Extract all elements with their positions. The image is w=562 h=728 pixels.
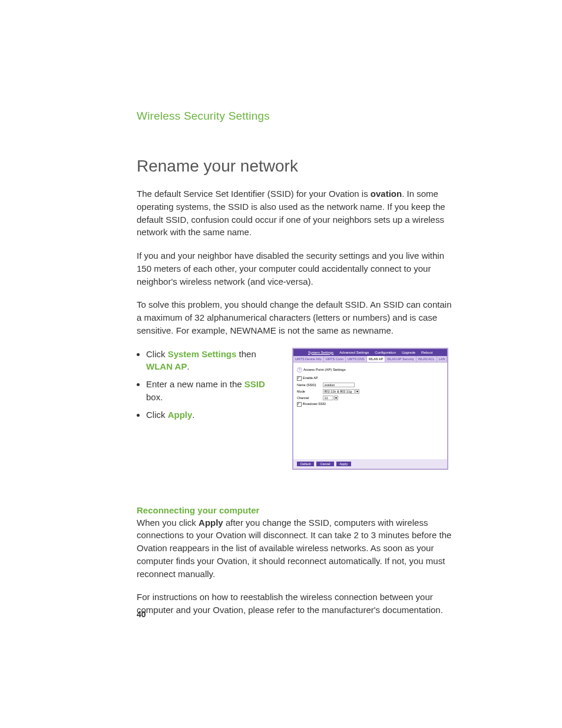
ssid-row: Name (SSID) ovation: [297, 383, 444, 387]
checkbox-icon: [297, 376, 302, 381]
tab: UMTS DNS: [346, 356, 367, 362]
label: Mode: [297, 390, 322, 393]
ssid-default-name: ovation: [371, 189, 402, 199]
paragraph-3: To solve this problem, you should change…: [137, 298, 458, 337]
text: The default Service Set Identifier (SSID…: [137, 189, 371, 199]
checkbox-icon: [297, 402, 302, 407]
tab: UMTS Device Info: [293, 356, 324, 362]
mode-field: 802.11b & 802.11g: [323, 389, 355, 394]
section-header: Wireless Security Settings: [137, 110, 458, 123]
list-item: Click Apply.: [146, 409, 282, 421]
apply-button: Apply: [336, 462, 352, 466]
text: .: [192, 410, 194, 420]
mode-row: Mode 802.11b & 802.11g ▾: [297, 389, 444, 394]
subsection-heading: Reconnecting your computer: [137, 505, 458, 515]
router-panel: ?Access Point (AP) Settings Enable AP Na…: [293, 363, 447, 459]
ui-ref: SSID: [244, 379, 265, 389]
label: Broadcast SSID: [303, 402, 326, 406]
text: then: [236, 349, 256, 359]
tab: WLAN AP Security: [385, 356, 416, 362]
channel-field: 11: [323, 396, 333, 400]
page-number: 40: [137, 610, 146, 619]
nav-item: System Settings: [308, 351, 333, 354]
router-top-nav: System Settings Advanced Settings Config…: [293, 349, 447, 356]
broadcast-row: Broadcast SSID: [297, 402, 444, 407]
default-button: Default: [297, 462, 314, 466]
chevron-down-icon: ▾: [334, 396, 338, 400]
page-content: Wireless Security Settings Rename your n…: [137, 110, 458, 627]
router-button-bar: Default Cancel Apply: [293, 459, 447, 469]
paragraph-2: If you and your neighbor have disabled t…: [137, 249, 458, 288]
instruction-list: Click System Settings then WLAN AP. Ente…: [137, 348, 282, 426]
ui-ref: Apply: [168, 410, 193, 420]
text: Click: [146, 349, 168, 359]
list-item: Click System Settings then WLAN AP.: [146, 348, 282, 374]
ui-ref: System Settings: [168, 349, 237, 359]
nav-item: Configuration: [375, 351, 396, 354]
text: Enter a new name in the: [146, 379, 244, 389]
cancel-button: Cancel: [316, 462, 333, 466]
text: .: [187, 361, 189, 371]
text: Click: [146, 410, 168, 420]
text: Access Point (AP) Settings: [303, 368, 346, 371]
reconnect-para-1: When you click Apply after you change th…: [137, 516, 458, 581]
nav-item: Advanced Settings: [339, 351, 369, 354]
label: Channel: [297, 396, 322, 400]
instructions-row: Click System Settings then WLAN AP. Ente…: [137, 348, 458, 470]
page-title: Rename your network: [137, 157, 458, 176]
tab-active: WLAN AP: [367, 356, 385, 362]
ssid-field: ovation: [323, 383, 355, 387]
list-item: Enter a new name in the SSID box.: [146, 378, 282, 404]
nav-item: Upgrade: [402, 351, 415, 354]
ui-ref: Apply: [199, 518, 223, 528]
label: Name (SSID): [297, 383, 322, 387]
router-tab-bar: UMTS Device Info UMTS Conn UMTS DNS WLAN…: [293, 356, 447, 363]
enable-ap-row: Enable AP: [297, 376, 444, 381]
tab: UMTS Conn: [324, 356, 346, 362]
ui-ref: WLAN AP: [146, 361, 187, 371]
tab: WLAN ACL: [416, 356, 437, 362]
nav-item: Reboot: [421, 351, 432, 354]
panel-title: ?Access Point (AP) Settings: [297, 367, 444, 373]
help-icon: ?: [297, 367, 302, 373]
router-ui-screenshot: System Settings Advanced Settings Config…: [292, 348, 448, 470]
tab: LAN: [437, 356, 448, 362]
channel-row: Channel 11 ▾: [297, 396, 444, 400]
label: Enable AP: [303, 376, 318, 380]
text: When you click: [137, 518, 199, 528]
text: box.: [146, 392, 163, 402]
chevron-down-icon: ▾: [355, 389, 359, 394]
paragraph-1: The default Service Set Identifier (SSID…: [137, 187, 458, 239]
reconnect-para-2: For instructions on how to reestablish t…: [137, 591, 458, 617]
